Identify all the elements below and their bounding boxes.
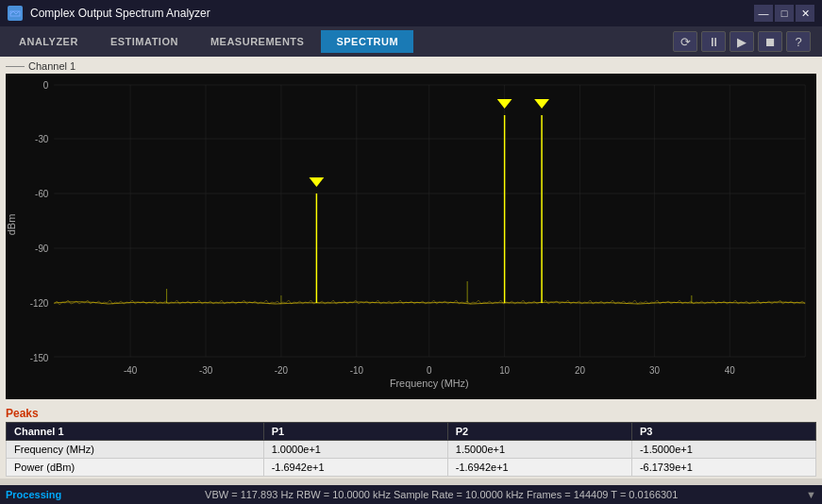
- title-bar: Complex Output Spectrum Analyzer — □ ✕: [0, 0, 822, 26]
- reset-button[interactable]: ⟳: [673, 31, 697, 52]
- status-info: VBW = 117.893 Hz RBW = 10.0000 kHz Sampl…: [76, 489, 806, 500]
- row-power-p1: -1.6942e+1: [263, 459, 447, 477]
- row-power-label: Power (dBm): [7, 459, 264, 477]
- toolbar-right: ⟳ ⏸ ▶ ⏹ ?: [673, 31, 818, 52]
- row-freq-p1: 1.0000e+1: [263, 441, 447, 459]
- stop-button[interactable]: ⏹: [758, 31, 782, 52]
- window-title: Complex Output Spectrum Analyzer: [30, 7, 747, 20]
- svg-text:10: 10: [499, 365, 510, 376]
- peaks-table: Channel 1 P1 P2 P3 Frequency (MHz) 1.000…: [6, 422, 816, 477]
- main-content: Channel 1: [0, 57, 822, 403]
- table-row: Frequency (MHz) 1.0000e+1 1.5000e+1 -1.5…: [7, 441, 816, 459]
- channel-label: Channel 1: [6, 60, 816, 72]
- svg-text:-90: -90: [35, 244, 49, 254]
- svg-text:-150: -150: [30, 353, 49, 363]
- svg-text:0: 0: [43, 80, 49, 91]
- svg-text:-60: -60: [35, 189, 49, 199]
- col-p2: P2: [447, 423, 631, 441]
- table-row: Power (dBm) -1.6942e+1 -1.6942e+1 -6.173…: [7, 459, 816, 477]
- svg-text:30: 30: [649, 365, 660, 376]
- minimize-button[interactable]: —: [754, 5, 773, 22]
- close-button[interactable]: ✕: [796, 5, 814, 22]
- app-icon: [8, 6, 23, 21]
- col-p1: P1: [263, 423, 447, 441]
- maximize-button[interactable]: □: [775, 5, 794, 22]
- window-controls: — □ ✕: [754, 5, 814, 22]
- svg-text:0: 0: [427, 365, 432, 376]
- svg-rect-1: [6, 74, 816, 399]
- svg-text:dBm: dBm: [6, 214, 17, 236]
- row-power-p2: -1.6942e+1: [447, 459, 631, 477]
- svg-text:-30: -30: [199, 365, 213, 376]
- row-freq-p3: -1.5000e+1: [631, 441, 815, 459]
- svg-text:-30: -30: [35, 134, 49, 144]
- svg-text:40: 40: [725, 365, 735, 376]
- tab-spectrum[interactable]: SPECTRUM: [321, 30, 413, 53]
- row-freq-p2: 1.5000e+1: [447, 441, 631, 459]
- svg-text:Frequency (MHz): Frequency (MHz): [390, 378, 469, 389]
- status-bar: Processing VBW = 117.893 Hz RBW = 10.000…: [0, 485, 822, 504]
- peaks-title: Peaks: [6, 407, 816, 420]
- svg-text:20: 20: [575, 365, 585, 376]
- table-header-row: Channel 1 P1 P2 P3: [7, 423, 816, 441]
- play-button[interactable]: ▶: [730, 31, 754, 52]
- tab-analyzer[interactable]: ANALYZER: [4, 30, 93, 53]
- row-power-p3: -6.1739e+1: [631, 459, 815, 477]
- pause-button[interactable]: ⏸: [701, 31, 726, 52]
- svg-text:-20: -20: [275, 365, 289, 376]
- svg-text:-120: -120: [30, 298, 49, 309]
- col-p3: P3: [631, 423, 815, 441]
- menu-bar: ANALYZER ESTIMATION MEASUREMENTS SPECTRU…: [0, 26, 822, 57]
- svg-text:-10: -10: [350, 365, 364, 376]
- spectrum-chart: 0 -30 -60 -90 -120 -150 dBm -40 -30 -20 …: [6, 74, 816, 399]
- status-processing-label: Processing: [6, 489, 61, 500]
- peaks-section: Peaks Channel 1 P1 P2 P3 Frequency (MHz)…: [0, 403, 822, 479]
- col-channel: Channel 1: [7, 423, 264, 441]
- tab-estimation[interactable]: ESTIMATION: [95, 30, 193, 53]
- chart-svg: 0 -30 -60 -90 -120 -150 dBm -40 -30 -20 …: [6, 74, 816, 399]
- svg-text:-40: -40: [124, 365, 138, 376]
- row-freq-label: Frequency (MHz): [7, 441, 264, 459]
- status-scroll-icon[interactable]: ▼: [806, 489, 816, 500]
- tab-measurements[interactable]: MEASUREMENTS: [195, 30, 320, 53]
- help-button[interactable]: ?: [786, 31, 811, 52]
